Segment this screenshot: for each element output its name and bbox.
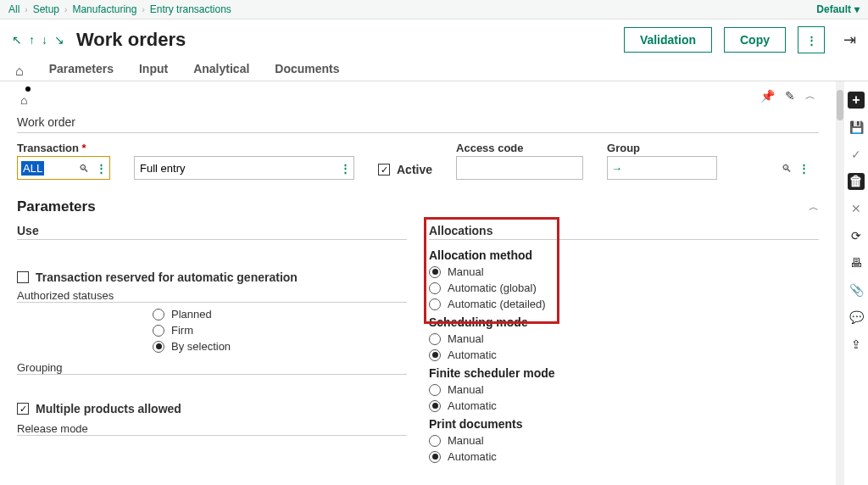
breadcrumb-bar: All › Setup › Manufacturing › Entry tran… bbox=[0, 0, 868, 20]
group-field: Group ⋮ bbox=[607, 142, 717, 180]
active-label: Active bbox=[397, 163, 432, 176]
use-column: Use Transaction reserved for automatic g… bbox=[17, 224, 424, 468]
radio-finite-automatic[interactable]: Automatic bbox=[429, 399, 819, 412]
comment-icon[interactable]: 💬 bbox=[848, 309, 865, 326]
default-dropdown[interactable]: Default ▾ bbox=[816, 3, 860, 15]
chevron-right-icon: › bbox=[142, 5, 144, 14]
search-icon[interactable] bbox=[75, 162, 92, 175]
radio-label: Automatic bbox=[448, 348, 497, 361]
radio-finite-manual[interactable]: Manual bbox=[429, 383, 819, 396]
bullet-icon bbox=[25, 86, 31, 92]
breadcrumb-entry-transactions[interactable]: Entry transactions bbox=[150, 3, 231, 15]
print-icon[interactable]: 🖶 bbox=[848, 254, 865, 271]
title-bar: ↖ ↑ ↓ ↘ Work orders Validation Copy ⋮ ⇥ bbox=[0, 20, 868, 57]
parameters-body: Use Transaction reserved for automatic g… bbox=[17, 224, 819, 468]
edit-icon[interactable]: ✎ bbox=[785, 89, 795, 103]
divider bbox=[17, 302, 407, 303]
radio-automatic-global[interactable]: Automatic (global) bbox=[429, 282, 819, 294]
check-icon[interactable]: ✓ bbox=[848, 146, 865, 163]
chevron-right-icon: › bbox=[64, 5, 67, 14]
radio-label: Automatic (detailed) bbox=[448, 298, 546, 310]
description-input[interactable] bbox=[135, 157, 337, 179]
reserved-label: Transaction reserved for automatic gener… bbox=[36, 270, 298, 284]
tab-parameters[interactable]: Parameters bbox=[49, 62, 114, 81]
more-icon[interactable]: ⋮ bbox=[795, 162, 812, 175]
transaction-label: Transaction * bbox=[17, 142, 110, 154]
radio-planned[interactable]: Planned bbox=[153, 308, 407, 321]
scheduling-mode-title: Scheduling mode bbox=[429, 315, 819, 329]
more-actions-button[interactable]: ⋮ bbox=[798, 26, 825, 53]
main-wrap: 📌 ✎ ︿ Work order Transaction * ALL ⋮ bbox=[0, 81, 868, 485]
scrollbar[interactable] bbox=[836, 81, 844, 485]
validation-button[interactable]: Validation bbox=[624, 27, 712, 53]
print-documents-options: Manual Automatic bbox=[429, 434, 819, 463]
search-icon[interactable] bbox=[778, 162, 795, 175]
finite-scheduler-options: Manual Automatic bbox=[429, 383, 819, 412]
transaction-value: ALL bbox=[21, 161, 44, 176]
divider bbox=[429, 239, 819, 240]
transaction-field: Transaction * ALL ⋮ bbox=[17, 142, 110, 180]
breadcrumb-manufacturing[interactable]: Manufacturing bbox=[72, 3, 136, 15]
radio-label: Automatic (global) bbox=[448, 282, 537, 294]
home-icon[interactable] bbox=[15, 64, 24, 79]
scrollbar-thumb[interactable] bbox=[837, 90, 843, 120]
radio-label: By selection bbox=[171, 340, 231, 353]
breadcrumb-setup[interactable]: Setup bbox=[33, 3, 59, 15]
allocations-header: Allocations bbox=[429, 224, 819, 237]
copy-button[interactable]: Copy bbox=[724, 27, 786, 53]
arrow-down-icon[interactable]: ↓ bbox=[42, 33, 47, 47]
parameters-header: Parameters ︿ bbox=[17, 198, 819, 215]
scheduling-mode-options: Manual Automatic bbox=[429, 332, 819, 361]
use-header: Use bbox=[17, 224, 407, 237]
share-icon[interactable]: ⇪ bbox=[848, 336, 865, 353]
save-icon[interactable]: 💾 bbox=[848, 119, 865, 136]
radio-label: Manual bbox=[448, 383, 484, 396]
arrow-down-right-icon[interactable]: ↘ bbox=[54, 33, 64, 47]
panel-tools: 📌 ✎ ︿ bbox=[17, 85, 819, 107]
attach-icon[interactable]: 📎 bbox=[848, 282, 865, 298]
radio-print-manual[interactable]: Manual bbox=[429, 434, 819, 447]
refresh-icon[interactable]: ⟳ bbox=[848, 227, 865, 244]
delete-icon[interactable]: 🗑 bbox=[848, 173, 865, 190]
panel-home-icon[interactable] bbox=[20, 93, 27, 107]
radio-scheduling-automatic[interactable]: Automatic bbox=[429, 348, 819, 361]
exit-icon[interactable]: ⇥ bbox=[843, 31, 856, 49]
radio-label: Automatic bbox=[448, 450, 497, 463]
description-input-wrap[interactable]: ⋮ bbox=[134, 156, 354, 180]
breadcrumb-all[interactable]: All bbox=[8, 3, 19, 15]
arrow-right-icon[interactable] bbox=[608, 162, 626, 175]
multiple-products-checkbox[interactable] bbox=[17, 403, 29, 415]
more-icon[interactable]: ⋮ bbox=[92, 162, 109, 175]
transaction-input-wrap[interactable]: ALL ⋮ bbox=[17, 156, 110, 180]
more-icon[interactable]: ⋮ bbox=[337, 162, 353, 175]
parameters-title: Parameters bbox=[17, 198, 96, 215]
add-icon[interactable]: + bbox=[848, 92, 865, 109]
divider bbox=[17, 239, 407, 240]
radio-scheduling-manual[interactable]: Manual bbox=[429, 332, 819, 345]
reserved-checkbox-row: Transaction reserved for automatic gener… bbox=[17, 270, 407, 284]
divider bbox=[17, 435, 407, 436]
close-icon[interactable]: ✕ bbox=[848, 200, 865, 217]
radio-firm[interactable]: Firm bbox=[153, 324, 407, 337]
radio-manual[interactable]: Manual bbox=[429, 265, 819, 278]
arrow-up-left-icon[interactable]: ↖ bbox=[12, 33, 22, 47]
group-input[interactable] bbox=[626, 157, 778, 179]
tab-input[interactable]: Input bbox=[139, 62, 168, 81]
tab-documents[interactable]: Documents bbox=[275, 62, 339, 81]
pin-icon[interactable]: 📌 bbox=[760, 89, 775, 103]
radio-automatic-detailed[interactable]: Automatic (detailed) bbox=[429, 298, 819, 310]
allocation-method-options: Manual Automatic (global) Automatic (det… bbox=[429, 265, 819, 310]
print-documents-title: Print documents bbox=[429, 417, 819, 431]
group-input-wrap[interactable]: ⋮ bbox=[607, 156, 717, 180]
radio-by-selection[interactable]: By selection bbox=[153, 340, 407, 353]
access-code-input[interactable] bbox=[457, 157, 609, 179]
collapse-icon[interactable]: ︿ bbox=[805, 89, 815, 103]
active-checkbox[interactable] bbox=[378, 164, 390, 176]
arrow-up-icon[interactable]: ↑ bbox=[29, 33, 35, 47]
reserved-checkbox[interactable] bbox=[17, 271, 29, 283]
collapse-icon[interactable]: ︿ bbox=[809, 200, 819, 215]
radio-print-automatic[interactable]: Automatic bbox=[429, 450, 819, 463]
finite-scheduler-title: Finite scheduler mode bbox=[429, 366, 819, 380]
access-code-input-wrap[interactable]: ⋮ bbox=[456, 156, 583, 180]
tab-analytical[interactable]: Analytical bbox=[193, 62, 249, 81]
